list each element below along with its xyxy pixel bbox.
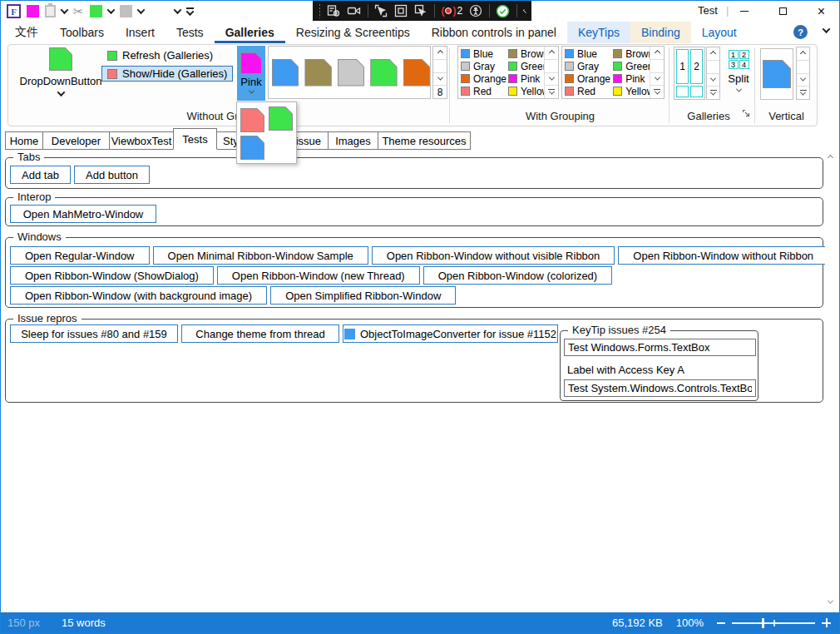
open-ribbon-window-new-thread-button[interactable]: Open Ribbon-Window (new Thread)	[217, 266, 420, 285]
tab-toolbars[interactable]: Toolbars	[49, 22, 115, 43]
open-ribbon-window-showdialog-button[interactable]: Open Ribbon-Window (ShowDialog)	[10, 266, 214, 285]
grip-icon[interactable]	[319, 3, 320, 18]
open-minimal-ribbon-window-button[interactable]: Open Minimal Ribbon-Window Sample	[153, 246, 368, 265]
gallery-item[interactable]: Yellow	[508, 85, 544, 97]
gallery-item-green[interactable]	[370, 59, 397, 87]
scroll-down-button[interactable]	[433, 73, 447, 87]
tabstrip-tests[interactable]: Tests	[173, 128, 217, 150]
gallery-item-2[interactable]: 2	[690, 49, 703, 84]
tab-binding[interactable]: Binding	[630, 22, 691, 43]
tab-file[interactable]: 文件	[4, 22, 49, 43]
open-ribbon-window-background-image-button[interactable]: Open Ribbon-Window (with background imag…	[10, 286, 267, 305]
help-icon[interactable]: ?	[793, 25, 808, 39]
status-ok-icon[interactable]	[496, 4, 510, 18]
scroll-down-button[interactable]	[650, 73, 664, 87]
scroll-thumb[interactable]	[650, 60, 664, 73]
gallery-item-orange[interactable]	[403, 59, 430, 87]
gallery-item[interactable]: Orange	[565, 72, 613, 85]
gallery-item[interactable]: Blue	[565, 47, 613, 60]
gallery-item[interactable]: Green	[613, 60, 650, 72]
camera-icon[interactable]	[347, 4, 361, 17]
scroll-thumb[interactable]	[545, 60, 558, 73]
record-indicator-icon[interactable]: ()2	[441, 5, 462, 17]
gallery-expand-button[interactable]	[545, 86, 558, 98]
open-ribbon-window-colorized-button[interactable]: Open Ribbon-Window (colorized)	[423, 266, 612, 285]
gray-dropdown-icon[interactable]	[136, 6, 145, 14]
showhide-galleries-toggle[interactable]: Show/Hide (Galleries)	[101, 66, 233, 82]
close-button[interactable]: ×	[803, 1, 840, 22]
tabstrip-viewboxtest[interactable]: ViewboxTest	[109, 131, 174, 150]
scroll-thumb[interactable]	[707, 61, 719, 74]
zoom-slider[interactable]	[717, 618, 831, 627]
add-tab-button[interactable]: Add tab	[10, 166, 71, 184]
add-button-button[interactable]: Add button	[74, 166, 150, 184]
green-dropdown-icon[interactable]	[106, 6, 115, 14]
region-capture-icon[interactable]	[394, 4, 408, 17]
open-mahmetro-window-button[interactable]: Open MahMetro-Window	[10, 205, 156, 223]
collapse-toolbar-icon[interactable]	[522, 8, 526, 12]
scrollbar-down-icon[interactable]	[828, 598, 833, 604]
zoom-in-icon[interactable]	[822, 618, 831, 627]
gallery-expand-button[interactable]	[707, 87, 719, 99]
open-ribbon-window-without-ribbon-button[interactable]: Open Ribbon-Window without Ribbon	[618, 246, 828, 265]
panel-settings-icon[interactable]	[327, 4, 340, 17]
open-regular-window-button[interactable]: Open Regular-Window	[10, 246, 150, 265]
scroll-thumb[interactable]	[433, 60, 447, 73]
gallery-item[interactable]: Green	[508, 60, 544, 72]
popup-item-green[interactable]	[269, 106, 293, 131]
change-theme-from-thread-button[interactable]: Change theme from thread	[181, 324, 339, 343]
green-swatch-button[interactable]	[90, 5, 102, 17]
gallery-item[interactable]: Red	[461, 85, 508, 97]
cut-icon[interactable]: ✂	[73, 5, 84, 17]
window-capture-icon[interactable]	[414, 4, 427, 17]
vertical-gallery-item[interactable]	[760, 48, 793, 100]
tab-resizing-screentips[interactable]: Resizing & Screentips	[285, 22, 421, 43]
app-logo-icon[interactable]: F	[7, 4, 21, 18]
gallery-item[interactable]: Pink	[613, 72, 650, 85]
gallery-item[interactable]: Yellow	[613, 85, 650, 97]
scroll-up-button[interactable]	[433, 47, 447, 60]
zoom-out-icon[interactable]	[717, 622, 725, 624]
paste-dropdown-icon[interactable]	[61, 6, 69, 14]
minimize-button[interactable]	[725, 1, 763, 22]
gallery-item[interactable]: Brown	[613, 47, 650, 60]
pink-gallery-dropdown-button[interactable]: Pink	[237, 46, 265, 101]
tabstrip-developer[interactable]: Developer	[42, 131, 110, 150]
objecttoimageconverter-button[interactable]: ObjectToImageConverter for issue #1152	[343, 324, 558, 343]
wpf-textbox[interactable]	[564, 379, 756, 397]
tab-galleries[interactable]: Galleries	[215, 22, 285, 43]
sleep-for-issues-button[interactable]: Sleep for issues #80 and #159	[10, 324, 178, 343]
gray-swatch-button[interactable]	[120, 5, 132, 17]
vertical-scrollbar[interactable]	[825, 151, 838, 611]
open-ribbon-window-no-visible-ribbon-button[interactable]: Open Ribbon-Window without visible Ribbo…	[372, 246, 615, 265]
gallery-item[interactable]: Orange	[461, 72, 508, 85]
gallery-item[interactable]: Pink	[508, 72, 544, 85]
paste-icon[interactable]	[45, 5, 56, 17]
scroll-down-button[interactable]	[707, 74, 719, 87]
gallery-item-blue[interactable]	[272, 59, 299, 87]
gallery-item-1[interactable]: 1	[676, 49, 689, 84]
split-button[interactable]: 12 34 Split	[722, 50, 755, 92]
gallery-expand-button[interactable]	[797, 87, 809, 99]
zoom-slider-track[interactable]	[732, 622, 815, 624]
pink-swatch-button[interactable]	[27, 5, 39, 17]
scroll-down-button[interactable]	[545, 73, 558, 87]
tab-tests[interactable]: Tests	[166, 22, 215, 43]
scroll-up-button[interactable]	[650, 47, 664, 60]
tab-layout[interactable]: Layout	[691, 22, 748, 43]
maximize-button[interactable]	[764, 1, 802, 22]
gallery-expand-button[interactable]	[650, 86, 664, 98]
tab-insert[interactable]: Insert	[115, 22, 166, 43]
open-simplified-ribbon-window-button[interactable]: Open Simplified Ribbon-Window	[270, 286, 456, 305]
popup-item-blue[interactable]	[240, 136, 264, 160]
tabstrip-images[interactable]: Images	[328, 131, 378, 150]
gallery-item-brown[interactable]	[304, 59, 331, 87]
cursor-capture-icon[interactable]	[374, 4, 388, 17]
qat-customize-icon[interactable]	[186, 7, 194, 16]
tabstrip-home[interactable]: Home	[5, 131, 43, 150]
scroll-thumb[interactable]	[797, 61, 809, 74]
gallery-item-gray[interactable]	[338, 59, 364, 87]
zoom-slider-thumb[interactable]	[762, 618, 764, 628]
tab-ribbon-controls-in-panel[interactable]: Ribbon controls in panel	[421, 22, 567, 43]
gallery-item[interactable]: Gray	[565, 60, 613, 72]
